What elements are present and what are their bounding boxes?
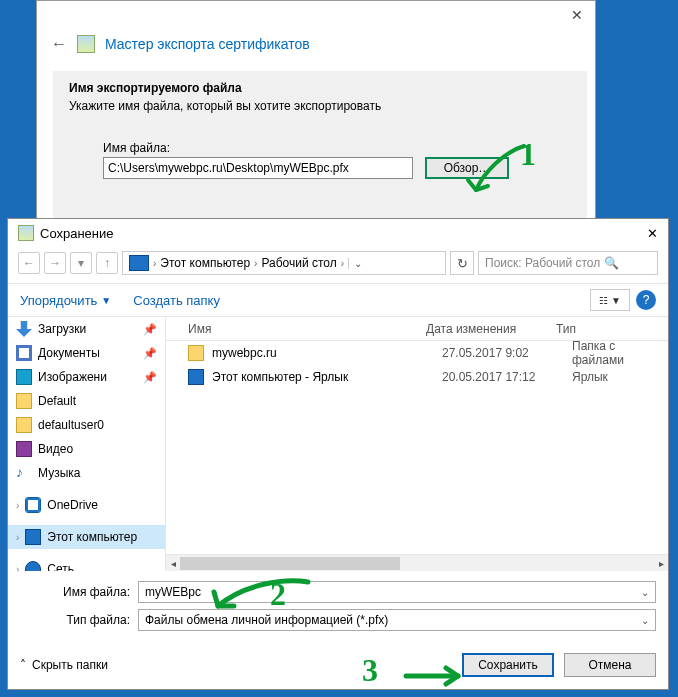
tree-this-pc[interactable]: ›Этот компьютер xyxy=(8,525,165,549)
section-text: Укажите имя файла, который вы хотите экс… xyxy=(69,99,571,113)
tree-documents[interactable]: Документы📌 xyxy=(8,341,165,365)
nav-back-button[interactable]: ← xyxy=(18,252,40,274)
chevron-down-icon[interactable]: ⌄ xyxy=(641,615,649,626)
certificate-icon xyxy=(77,35,95,53)
organize-button[interactable]: Упорядочить ▼ xyxy=(20,293,111,308)
horizontal-scrollbar[interactable]: ◂ ▸ xyxy=(166,554,668,571)
shortcut-icon xyxy=(188,369,204,385)
dialog-title: Сохранение xyxy=(40,226,114,241)
save-fields: Имя файла: myWEBpc ⌄ Тип файла: Файлы об… xyxy=(8,571,668,643)
scroll-thumb[interactable] xyxy=(180,557,400,570)
nav-forward-button[interactable]: → xyxy=(44,252,66,274)
filename-label: Имя файла: xyxy=(103,141,571,155)
chevron-up-icon: ˄ xyxy=(20,658,26,672)
browse-button[interactable]: Обзор… xyxy=(425,157,509,179)
pin-icon: 📌 xyxy=(143,323,157,336)
column-headers[interactable]: Имя Дата изменения Тип xyxy=(166,317,668,341)
close-icon[interactable]: ✕ xyxy=(571,7,583,23)
explorer-area: Загрузки📌 Документы📌 Изображени📌 Default… xyxy=(8,317,668,571)
col-date[interactable]: Дата изменения xyxy=(426,322,556,336)
folder-icon xyxy=(188,345,204,361)
filetype-label: Тип файла: xyxy=(20,613,130,627)
save-button[interactable]: Сохранить xyxy=(462,653,554,677)
certificate-icon xyxy=(18,225,34,241)
toolbar: Упорядочить ▼ Создать папку ☷ ▼ ? xyxy=(8,283,668,317)
nav-bar: ← → ▾ ↑ › Этот компьютер › Рабочий стол … xyxy=(8,247,668,283)
view-options-button[interactable]: ☷ ▼ xyxy=(590,289,630,311)
this-pc-icon xyxy=(129,255,149,271)
col-type[interactable]: Тип xyxy=(556,322,668,336)
search-placeholder: Поиск: Рабочий стол xyxy=(485,256,600,270)
new-folder-button[interactable]: Создать папку xyxy=(133,293,220,308)
pin-icon: 📌 xyxy=(143,347,157,360)
wizard-header: ← Мастер экспорта сертификатов xyxy=(37,1,595,71)
section-title: Имя экспортируемого файла xyxy=(69,81,571,95)
address-dropdown-icon[interactable]: ⌄ xyxy=(348,258,366,269)
refresh-button[interactable]: ↻ xyxy=(450,251,474,275)
close-icon[interactable]: ✕ xyxy=(647,226,658,241)
list-item[interactable]: mywebpc.ru 27.05.2017 9:02 Папка с файла… xyxy=(166,341,668,365)
tree-default[interactable]: Default xyxy=(8,389,165,413)
tree-video[interactable]: Видео xyxy=(8,437,165,461)
wizard-body: Имя экспортируемого файла Укажите имя фа… xyxy=(53,71,587,219)
filetype-select[interactable]: Файлы обмена личной информацией (*.pfx) … xyxy=(138,609,656,631)
nav-recent-button[interactable]: ▾ xyxy=(70,252,92,274)
cancel-button[interactable]: Отмена xyxy=(564,653,656,677)
tree-downloads[interactable]: Загрузки📌 xyxy=(8,317,165,341)
address-bar[interactable]: › Этот компьютер › Рабочий стол › ⌄ xyxy=(122,251,446,275)
search-input[interactable]: Поиск: Рабочий стол 🔍 xyxy=(478,251,658,275)
tree-network[interactable]: ›Сеть xyxy=(8,557,165,571)
scroll-left-icon[interactable]: ◂ xyxy=(166,555,180,572)
crumb-this-pc[interactable]: Этот компьютер xyxy=(160,256,250,270)
search-icon: 🔍 xyxy=(604,256,619,270)
dialog-titlebar: Сохранение ✕ xyxy=(8,219,668,247)
tree-music[interactable]: Музыка xyxy=(8,461,165,485)
nav-tree[interactable]: Загрузки📌 Документы📌 Изображени📌 Default… xyxy=(8,317,166,571)
nav-up-button[interactable]: ↑ xyxy=(96,252,118,274)
filename-input[interactable]: myWEBpc ⌄ xyxy=(138,581,656,603)
save-as-dialog: Сохранение ✕ ← → ▾ ↑ › Этот компьютер › … xyxy=(7,218,669,690)
filename-label: Имя файла: xyxy=(20,585,130,599)
crumb-desktop[interactable]: Рабочий стол xyxy=(261,256,336,270)
tree-defaultuser0[interactable]: defaultuser0 xyxy=(8,413,165,437)
scroll-right-icon[interactable]: ▸ xyxy=(654,555,668,572)
wizard-title: Мастер экспорта сертификатов xyxy=(105,36,310,52)
dialog-footer: ˄ Скрыть папки Сохранить Отмена xyxy=(8,643,668,687)
tree-onedrive[interactable]: ›OneDrive xyxy=(8,493,165,517)
col-name[interactable]: Имя xyxy=(166,322,426,336)
pin-icon: 📌 xyxy=(143,371,157,384)
hide-folders-button[interactable]: ˄ Скрыть папки xyxy=(20,658,108,672)
chevron-down-icon[interactable]: ⌄ xyxy=(641,587,649,598)
export-filename-input[interactable] xyxy=(103,157,413,179)
tree-pictures[interactable]: Изображени📌 xyxy=(8,365,165,389)
file-list[interactable]: Имя Дата изменения Тип mywebpc.ru 27.05.… xyxy=(166,317,668,571)
help-icon[interactable]: ? xyxy=(636,290,656,310)
back-arrow-icon[interactable]: ← xyxy=(51,35,67,53)
list-item[interactable]: Этот компьютер - Ярлык 20.05.2017 17:12 … xyxy=(166,365,668,389)
